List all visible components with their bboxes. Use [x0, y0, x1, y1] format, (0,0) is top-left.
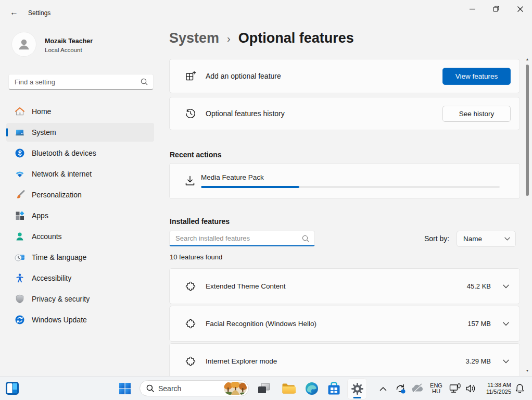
- find-setting-searchbox[interactable]: [8, 74, 154, 90]
- task-view-button[interactable]: [257, 382, 271, 395]
- download-icon: [184, 175, 196, 186]
- see-history-button[interactable]: See history: [442, 106, 511, 122]
- chevron-down-icon[interactable]: [503, 284, 509, 289]
- sidebar-item-home[interactable]: Home: [6, 102, 154, 121]
- task-view-icon: [258, 383, 270, 394]
- feature-size: 45.2 KB: [467, 282, 491, 290]
- view-features-button[interactable]: View features: [442, 68, 511, 85]
- start-button[interactable]: [119, 382, 131, 395]
- selected-indicator: [6, 128, 8, 136]
- feature-row-facial-recognition[interactable]: Facial Recognition (Windows Hello) 157 M…: [169, 306, 520, 342]
- features-history-label: Optional features history: [206, 109, 285, 118]
- installed-features-heading: Installed features: [170, 217, 230, 226]
- chevron-down-icon: [504, 237, 510, 241]
- file-explorer-icon: [282, 382, 296, 395]
- breadcrumb: System › Optional features: [169, 30, 354, 46]
- sidebar-item-label: Windows Update: [32, 316, 87, 324]
- sidebar-item-bluetooth-devices[interactable]: Bluetooth & devices: [6, 144, 154, 162]
- user-account-type: Local Account: [45, 47, 82, 53]
- feature-name: Extended Theme Content: [206, 282, 286, 290]
- scrollbar-thumb[interactable]: [526, 65, 529, 196]
- puzzle-icon: [185, 319, 196, 329]
- sidebar-item-time-language[interactable]: Time & language: [6, 248, 154, 267]
- clock-date: 11/5/2025: [486, 389, 511, 395]
- installed-search-box[interactable]: [169, 231, 315, 246]
- sort-dropdown-value: Name: [457, 235, 482, 243]
- puzzle-icon: [185, 356, 196, 367]
- bell-icon: [515, 383, 525, 394]
- close-icon: [517, 6, 523, 12]
- sidebar-item-privacy-security[interactable]: Privacy & security: [6, 290, 154, 308]
- widgets-button[interactable]: [5, 381, 19, 395]
- sidebar-item-personalization[interactable]: Personalization: [6, 185, 154, 204]
- scrollbar-down-arrow[interactable]: ▼: [525, 369, 530, 373]
- recent-actions-heading: Recent actions: [170, 151, 222, 159]
- sync-status-button[interactable]: [394, 382, 407, 395]
- file-explorer-button[interactable]: [281, 381, 296, 395]
- sidebar-item-label: Apps: [32, 211, 48, 220]
- scrollbar-up-arrow[interactable]: ▲: [525, 57, 530, 61]
- find-setting-input[interactable]: [9, 78, 141, 86]
- chevron-down-icon[interactable]: [503, 322, 509, 326]
- sync-icon: [395, 383, 406, 394]
- gear-icon: [351, 382, 364, 395]
- sidebar-item-system[interactable]: System: [6, 123, 154, 142]
- breadcrumb-separator: ›: [227, 32, 231, 45]
- volume-tray-button[interactable]: [464, 383, 477, 394]
- language-indicator[interactable]: ENG HU: [428, 382, 445, 395]
- tray-expand-button[interactable]: [378, 384, 388, 393]
- history-icon: [185, 108, 196, 119]
- settings-app-button[interactable]: [347, 378, 367, 399]
- sidebar-item-label: Personalization: [32, 191, 82, 199]
- sidebar-item-accessibility[interactable]: Accessibility: [6, 269, 154, 288]
- edge-icon: [305, 382, 319, 395]
- installed-search-input[interactable]: [170, 234, 302, 242]
- sidebar-item-network-internet[interactable]: Network & internet: [6, 165, 154, 183]
- sidebar-item-accounts[interactable]: Accounts: [6, 227, 154, 246]
- minimize-icon: [470, 6, 475, 12]
- cloud-slash-icon: [411, 383, 424, 394]
- restore-button[interactable]: [484, 0, 508, 18]
- taskbar-search[interactable]: Search: [140, 380, 249, 396]
- search-highlight-image[interactable]: [224, 382, 247, 395]
- sidebar-item-label: Time & language: [32, 253, 86, 261]
- network-ethernet-icon: [449, 383, 461, 394]
- time-language-icon: [15, 252, 25, 262]
- onedrive-paused-button[interactable]: [411, 383, 424, 394]
- chevron-up-icon: [379, 386, 387, 391]
- search-icon: [141, 78, 148, 85]
- back-button[interactable]: ←: [6, 5, 22, 20]
- microsoft-store-icon: [327, 382, 340, 395]
- home-icon: [15, 106, 25, 117]
- sidebar-item-apps[interactable]: Apps: [6, 206, 154, 225]
- edge-button[interactable]: [305, 381, 319, 395]
- features-history-card: Optional features history See history: [169, 97, 520, 130]
- sort-dropdown[interactable]: Name: [457, 231, 516, 247]
- bluetooth-icon: [15, 148, 25, 158]
- search-icon: [302, 235, 309, 242]
- sidebar-item-label: Home: [32, 107, 51, 116]
- apps-icon: [15, 210, 25, 221]
- feature-name: Internet Explorer mode: [206, 357, 277, 365]
- download-progressbar: [201, 186, 500, 188]
- notifications-button[interactable]: [513, 382, 526, 395]
- widgets-icon: [5, 381, 19, 395]
- microsoft-store-button[interactable]: [327, 381, 341, 395]
- close-button[interactable]: [508, 0, 532, 18]
- download-item-name: Media Feature Pack: [201, 173, 264, 181]
- feature-size: 157 MB: [467, 320, 491, 328]
- network-tray-button[interactable]: [449, 382, 461, 395]
- avatar[interactable]: [11, 32, 36, 57]
- feature-row-ie-mode[interactable]: Internet Explorer mode 3.29 MB: [169, 343, 520, 379]
- restore-icon: [493, 6, 499, 12]
- feature-row-extended-theme[interactable]: Extended Theme Content 45.2 KB: [169, 268, 520, 304]
- shield-icon: [15, 294, 25, 304]
- sidebar-item-windows-update[interactable]: Windows Update: [6, 310, 154, 329]
- breadcrumb-system[interactable]: System: [169, 30, 219, 46]
- minimize-button[interactable]: [460, 0, 484, 18]
- clock-tray[interactable]: 11:38 AM 11/5/2025: [478, 382, 511, 395]
- page-title: Optional features: [238, 30, 354, 46]
- chevron-down-icon[interactable]: [503, 359, 509, 364]
- paintbrush-icon: [15, 190, 25, 200]
- feature-size: 3.29 MB: [466, 357, 491, 365]
